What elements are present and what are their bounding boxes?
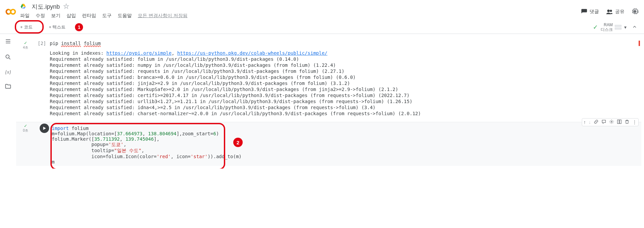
variables-icon[interactable]: {x}	[5, 70, 11, 75]
main: {x} ✓ 4초 [2] pip install folium Looking …	[0, 34, 644, 169]
output-line: Requirement already satisfied: certifi>=…	[50, 93, 409, 98]
menu-tools[interactable]: 도구	[102, 13, 112, 19]
menu-bar: 파일 수정 보기 삽입 런타임 도구 도움말 모든 변경사항이 저장됨	[20, 11, 581, 21]
add-code-button[interactable]: + 코드	[17, 22, 36, 32]
index-link-2[interactable]: https://us-python.pkg.dev/colab-wheels/p…	[177, 50, 327, 56]
exec-time: 0초	[23, 128, 28, 133]
svg-point-4	[634, 10, 636, 12]
output-line: Requirement already satisfied: jinja2>=2…	[50, 81, 350, 86]
toc-icon[interactable]	[5, 38, 11, 46]
code-input[interactable]: pip install folium	[50, 39, 641, 47]
ram-disk-indicator[interactable]: RAM 디스크	[601, 22, 621, 32]
add-text-button[interactable]: + 텍스트	[45, 22, 69, 32]
exec-time: 4초	[23, 45, 28, 50]
cell-output: Looking in indexes: https://pypi.org/sim…	[50, 47, 641, 119]
menu-runtime[interactable]: 런타임	[82, 13, 96, 19]
annotation-badge-2: 2	[233, 138, 243, 147]
svg-line-9	[9, 58, 10, 59]
svg-point-1	[11, 9, 15, 14]
search-icon[interactable]	[5, 54, 11, 61]
output-line: Requirement already satisfied: numpy in …	[50, 62, 336, 68]
share-label: 공유	[615, 9, 625, 15]
comment-button[interactable]: 댓글	[581, 8, 599, 15]
output-line: Requirement already satisfied: idna<4,>=…	[50, 105, 375, 110]
notebook-title[interactable]: 지도.ipynb	[32, 3, 60, 11]
output-line: Requirement already satisfied: branca>=0…	[50, 75, 356, 80]
collapse-header-icon[interactable]	[629, 24, 640, 31]
comment-label: 댓글	[590, 9, 599, 15]
gear-icon[interactable]	[631, 8, 639, 16]
cell-gutter: ✓ 4초	[16, 41, 35, 50]
colab-logo-icon	[5, 8, 16, 16]
output-line: Requirement already satisfied: charset-n…	[50, 111, 421, 116]
output-line: Requirement already satisfied: urllib3<1…	[50, 99, 412, 104]
output-line: Requirement already satisfied: folium in…	[50, 56, 299, 62]
menu-insert[interactable]: 삽입	[67, 13, 76, 19]
svg-point-3	[610, 10, 612, 12]
header: 지도.ipynb 파일 수정 보기 삽입 런타임 도구 도움말 모든 변경사항이…	[0, 0, 644, 21]
connected-check-icon: ✓	[593, 24, 598, 31]
svg-point-2	[607, 10, 610, 12]
gutter-check-icon: ✓	[24, 41, 27, 45]
output-line: Requirement already satisfied: MarkupSaf…	[50, 87, 398, 92]
exec-count: [2]	[38, 41, 46, 46]
title-area: 지도.ipynb 파일 수정 보기 삽입 런타임 도구 도움말 모든 변경사항이…	[20, 3, 581, 21]
star-icon[interactable]	[63, 3, 69, 10]
menu-edit[interactable]: 수정	[36, 13, 45, 19]
cell-error-indicator	[639, 41, 640, 46]
files-icon[interactable]	[5, 83, 11, 91]
notebook-area: ✓ 4초 [2] pip install folium Looking in i…	[16, 34, 644, 169]
svg-point-10	[611, 121, 612, 123]
share-button[interactable]: 공유	[606, 8, 625, 15]
svg-point-8	[6, 55, 9, 58]
svg-rect-11	[617, 120, 619, 124]
drive-icon	[20, 3, 26, 10]
toolbar: + 코드 + 텍스트 1 ✓ RAM 디스크 ▾	[0, 21, 644, 34]
save-status: 모든 변경사항이 저장됨	[138, 13, 188, 19]
code-input[interactable]: import folium m=folium.Map(location=[37.…	[52, 124, 641, 166]
annotation-badge-1: 1	[75, 23, 83, 31]
code-cell-1[interactable]: ✓ 4초 [2] pip install folium Looking in i…	[16, 39, 641, 119]
run-cell-button[interactable]	[40, 124, 49, 133]
menu-help[interactable]: 도움말	[118, 13, 132, 19]
gutter-check-icon: ✓	[24, 124, 27, 128]
svg-rect-12	[619, 120, 621, 124]
runtime-dropdown-icon[interactable]: ▾	[624, 25, 627, 30]
code-cell-2[interactable]: ↑ ↓ ⋮ ✓ 0초 2 import folium m=fol	[16, 122, 641, 166]
output-line: Requirement already satisfied: requests …	[50, 69, 345, 74]
menu-file[interactable]: 파일	[20, 13, 30, 19]
menu-view[interactable]: 보기	[51, 13, 61, 19]
cell-gutter: ✓ 0초	[16, 124, 35, 133]
header-right: 댓글 공유	[581, 8, 639, 16]
left-sidebar: {x}	[0, 34, 16, 169]
ram-label: RAM	[604, 22, 613, 27]
disk-label: 디스크	[601, 27, 613, 32]
index-link-1[interactable]: https://pypi.org/simple	[107, 50, 172, 56]
